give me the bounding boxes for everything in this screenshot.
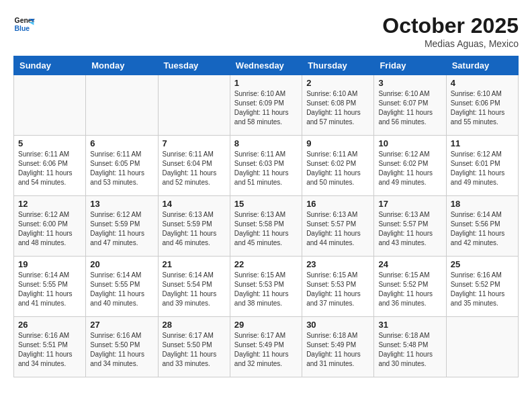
calendar-cell	[446, 317, 518, 377]
day-number: 8	[234, 138, 298, 148]
weekday-header-saturday: Saturday	[446, 56, 518, 75]
day-info: Sunrise: 6:16 AM Sunset: 5:51 PM Dayligh…	[18, 331, 81, 369]
calendar-cell: 31Sunrise: 6:18 AM Sunset: 5:48 PM Dayli…	[374, 317, 446, 377]
calendar-cell	[14, 75, 86, 136]
calendar-cell: 28Sunrise: 6:17 AM Sunset: 5:50 PM Dayli…	[158, 317, 230, 377]
calendar-cell: 30Sunrise: 6:18 AM Sunset: 5:49 PM Dayli…	[302, 317, 374, 377]
calendar-cell: 29Sunrise: 6:17 AM Sunset: 5:49 PM Dayli…	[230, 317, 302, 377]
day-number: 3	[378, 78, 441, 88]
calendar-cell: 22Sunrise: 6:15 AM Sunset: 5:53 PM Dayli…	[230, 257, 302, 317]
day-number: 20	[90, 259, 153, 269]
week-row-5: 26Sunrise: 6:16 AM Sunset: 5:51 PM Dayli…	[14, 317, 519, 377]
calendar-cell: 25Sunrise: 6:16 AM Sunset: 5:52 PM Dayli…	[446, 257, 518, 317]
calendar-cell: 12Sunrise: 6:12 AM Sunset: 6:00 PM Dayli…	[14, 196, 86, 257]
day-info: Sunrise: 6:18 AM Sunset: 5:49 PM Dayligh…	[306, 331, 369, 369]
calendar-cell: 9Sunrise: 6:11 AM Sunset: 6:02 PM Daylig…	[302, 136, 374, 196]
week-row-2: 5Sunrise: 6:11 AM Sunset: 6:06 PM Daylig…	[14, 136, 519, 196]
weekday-header-friday: Friday	[374, 56, 446, 75]
weekday-header-thursday: Thursday	[302, 56, 374, 75]
logo: General Blue	[13, 13, 35, 35]
weekday-header-tuesday: Tuesday	[158, 56, 230, 75]
calendar-cell: 1Sunrise: 6:10 AM Sunset: 6:09 PM Daylig…	[230, 75, 302, 136]
day-number: 11	[451, 138, 514, 148]
day-info: Sunrise: 6:17 AM Sunset: 5:49 PM Dayligh…	[234, 331, 298, 369]
calendar-cell: 3Sunrise: 6:10 AM Sunset: 6:07 PM Daylig…	[374, 75, 446, 136]
day-info: Sunrise: 6:16 AM Sunset: 5:50 PM Dayligh…	[90, 331, 153, 369]
day-info: Sunrise: 6:10 AM Sunset: 6:08 PM Dayligh…	[306, 89, 369, 127]
day-number: 25	[451, 259, 514, 269]
day-info: Sunrise: 6:11 AM Sunset: 6:03 PM Dayligh…	[234, 150, 298, 187]
calendar-cell: 10Sunrise: 6:12 AM Sunset: 6:02 PM Dayli…	[374, 136, 446, 196]
weekday-header-monday: Monday	[86, 56, 158, 75]
day-info: Sunrise: 6:11 AM Sunset: 6:06 PM Dayligh…	[18, 150, 81, 187]
title-block: October 2025 Medias Aguas, Mexico	[382, 13, 519, 49]
calendar-cell: 11Sunrise: 6:12 AM Sunset: 6:01 PM Dayli…	[446, 136, 518, 196]
day-number: 6	[90, 138, 153, 148]
week-row-4: 19Sunrise: 6:14 AM Sunset: 5:55 PM Dayli…	[14, 257, 519, 317]
day-number: 18	[451, 199, 514, 209]
day-info: Sunrise: 6:13 AM Sunset: 5:57 PM Dayligh…	[306, 210, 369, 248]
calendar-cell: 2Sunrise: 6:10 AM Sunset: 6:08 PM Daylig…	[302, 75, 374, 136]
svg-text:Blue: Blue	[15, 25, 30, 32]
day-info: Sunrise: 6:12 AM Sunset: 6:02 PM Dayligh…	[378, 150, 441, 187]
location: Medias Aguas, Mexico	[382, 38, 519, 49]
day-number: 10	[378, 138, 441, 148]
day-info: Sunrise: 6:12 AM Sunset: 6:00 PM Dayligh…	[18, 210, 81, 248]
page-header: General Blue October 2025 Medias Aguas, …	[13, 13, 519, 49]
day-number: 16	[306, 199, 369, 209]
day-number: 15	[234, 199, 298, 209]
day-number: 31	[378, 320, 441, 330]
calendar-cell: 27Sunrise: 6:16 AM Sunset: 5:50 PM Dayli…	[86, 317, 158, 377]
day-number: 30	[306, 320, 369, 330]
calendar-cell	[86, 75, 158, 136]
day-info: Sunrise: 6:11 AM Sunset: 6:02 PM Dayligh…	[306, 150, 369, 187]
logo-icon: General Blue	[13, 13, 35, 35]
day-info: Sunrise: 6:11 AM Sunset: 6:04 PM Dayligh…	[163, 150, 226, 187]
day-info: Sunrise: 6:13 AM Sunset: 5:57 PM Dayligh…	[378, 210, 441, 248]
day-number: 17	[378, 199, 441, 209]
day-number: 26	[18, 320, 81, 330]
day-info: Sunrise: 6:10 AM Sunset: 6:09 PM Dayligh…	[234, 89, 298, 127]
day-info: Sunrise: 6:15 AM Sunset: 5:53 PM Dayligh…	[306, 271, 369, 308]
calendar-cell: 20Sunrise: 6:14 AM Sunset: 5:55 PM Dayli…	[86, 257, 158, 317]
day-number: 27	[90, 320, 153, 330]
calendar-cell: 18Sunrise: 6:14 AM Sunset: 5:56 PM Dayli…	[446, 196, 518, 257]
day-info: Sunrise: 6:12 AM Sunset: 6:01 PM Dayligh…	[451, 150, 514, 187]
day-info: Sunrise: 6:14 AM Sunset: 5:55 PM Dayligh…	[18, 271, 81, 308]
calendar-cell	[158, 75, 230, 136]
day-number: 13	[90, 199, 153, 209]
day-number: 12	[18, 199, 81, 209]
day-number: 1	[234, 78, 298, 88]
month-title: October 2025	[382, 13, 519, 38]
day-info: Sunrise: 6:16 AM Sunset: 5:52 PM Dayligh…	[451, 271, 514, 308]
calendar-cell: 6Sunrise: 6:11 AM Sunset: 6:05 PM Daylig…	[86, 136, 158, 196]
day-number: 22	[234, 259, 298, 269]
day-info: Sunrise: 6:12 AM Sunset: 5:59 PM Dayligh…	[90, 210, 153, 248]
calendar-cell: 17Sunrise: 6:13 AM Sunset: 5:57 PM Dayli…	[374, 196, 446, 257]
day-number: 5	[18, 138, 81, 148]
day-number: 23	[306, 259, 369, 269]
day-number: 29	[234, 320, 298, 330]
calendar-cell: 5Sunrise: 6:11 AM Sunset: 6:06 PM Daylig…	[14, 136, 86, 196]
calendar-cell: 26Sunrise: 6:16 AM Sunset: 5:51 PM Dayli…	[14, 317, 86, 377]
calendar-cell: 15Sunrise: 6:13 AM Sunset: 5:58 PM Dayli…	[230, 196, 302, 257]
day-info: Sunrise: 6:13 AM Sunset: 5:59 PM Dayligh…	[163, 210, 226, 248]
week-row-3: 12Sunrise: 6:12 AM Sunset: 6:00 PM Dayli…	[14, 196, 519, 257]
day-info: Sunrise: 6:17 AM Sunset: 5:50 PM Dayligh…	[163, 331, 226, 369]
calendar-cell: 21Sunrise: 6:14 AM Sunset: 5:54 PM Dayli…	[158, 257, 230, 317]
day-number: 2	[306, 78, 369, 88]
day-info: Sunrise: 6:15 AM Sunset: 5:52 PM Dayligh…	[378, 271, 441, 308]
calendar-cell: 16Sunrise: 6:13 AM Sunset: 5:57 PM Dayli…	[302, 196, 374, 257]
day-number: 14	[163, 199, 226, 209]
day-info: Sunrise: 6:11 AM Sunset: 6:05 PM Dayligh…	[90, 150, 153, 187]
day-info: Sunrise: 6:18 AM Sunset: 5:48 PM Dayligh…	[378, 331, 441, 369]
day-number: 28	[163, 320, 226, 330]
day-number: 4	[451, 78, 514, 88]
day-number: 24	[378, 259, 441, 269]
weekday-header-wednesday: Wednesday	[230, 56, 302, 75]
day-number: 9	[306, 138, 369, 148]
day-number: 7	[163, 138, 226, 148]
day-info: Sunrise: 6:15 AM Sunset: 5:53 PM Dayligh…	[234, 271, 298, 308]
day-info: Sunrise: 6:14 AM Sunset: 5:54 PM Dayligh…	[163, 271, 226, 308]
day-info: Sunrise: 6:10 AM Sunset: 6:07 PM Dayligh…	[378, 89, 441, 127]
